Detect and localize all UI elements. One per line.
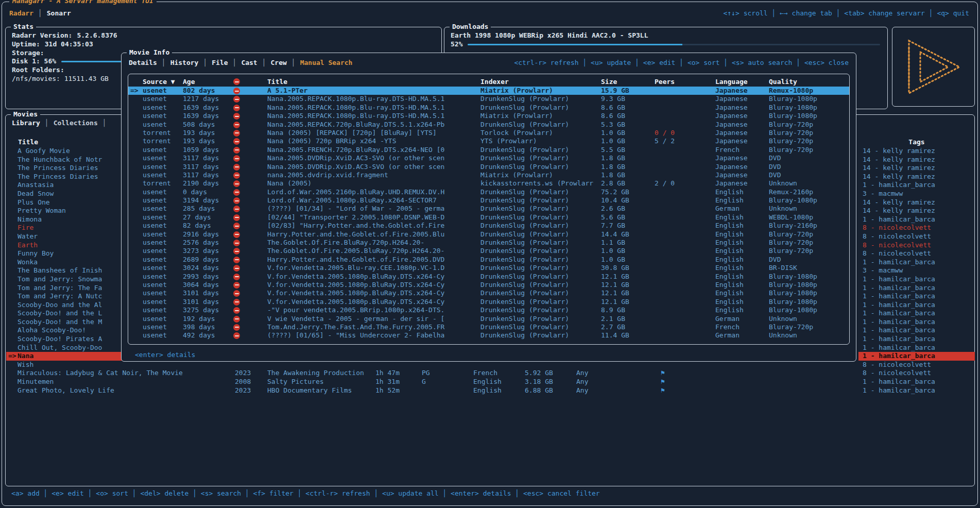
selection-arrow xyxy=(130,256,143,264)
search-result-row[interactable]: usenet 0 days Lord.of.War.2005.2160p.Blu… xyxy=(128,188,849,196)
rejected-icon xyxy=(233,164,240,171)
search-result-row[interactable]: usenet 2689 days Harry.Potter.and.the.Go… xyxy=(128,256,849,264)
release-age: 3194 days xyxy=(183,196,233,205)
selection-arrow xyxy=(130,95,143,103)
release-quality: Bluray-1080p xyxy=(769,306,849,314)
header-language[interactable]: Language xyxy=(715,77,769,87)
search-result-row[interactable]: usenet 82 days [02/83] "Harry.Potter.and… xyxy=(128,222,849,230)
movies-tab[interactable]: Collections xyxy=(40,119,98,127)
release-size: 9.3 GB xyxy=(601,95,655,103)
movie-runtime: 1h 52m xyxy=(375,386,400,395)
release-language: Japanese xyxy=(715,104,769,112)
release-age: 3117 days xyxy=(183,163,233,171)
stats-panel-title: Stats xyxy=(11,23,36,30)
selection-arrow xyxy=(6,284,18,293)
movie-info-tab[interactable]: Crew xyxy=(257,59,287,66)
download-item: Earth 1998 1080p WEBRip x265 Hindi AAC2.… xyxy=(451,31,880,40)
release-quality: Bluray-720p xyxy=(769,230,849,239)
movie-row[interactable]: Wish 8 - nicolecolvett xyxy=(6,361,974,369)
search-result-row[interactable]: usenet 3117 days Nana.2005.DVDRip.XviD.A… xyxy=(128,163,849,171)
search-result-row[interactable]: usenet 3101 days V.for.Vendetta.2005.108… xyxy=(128,298,849,306)
release-language: English xyxy=(715,196,769,205)
header-quality[interactable]: Quality xyxy=(769,77,849,87)
search-result-row[interactable]: => usenet 802 days A 5.1-PTer Miatrix (P… xyxy=(128,87,849,95)
release-size: 2.7 GB xyxy=(601,323,655,331)
release-language: English xyxy=(715,289,769,297)
selection-arrow xyxy=(130,315,143,323)
movies-panel-title: Movies xyxy=(11,110,40,118)
release-title: Tom.And.Jerry.The.Fast.And.The.Furry.200… xyxy=(267,323,480,331)
header-title[interactable]: Title xyxy=(267,77,480,87)
search-result-row[interactable]: usenet 2993 days V.for.Vendetta.2005.108… xyxy=(128,273,849,281)
header-size[interactable]: Size xyxy=(601,77,655,87)
movie-info-tab[interactable]: Cast xyxy=(228,59,257,66)
movie-info-tab[interactable]: Manual Search xyxy=(287,59,353,66)
release-quality: BR-DISK xyxy=(769,264,849,272)
release-title: V.for.Vendetta.2005.1080p.BluRay.DTS.x26… xyxy=(267,281,480,289)
search-result-row[interactable]: usenet 508 days Nana.2005.REPACK.720p.Bl… xyxy=(128,121,849,129)
search-result-row[interactable]: usenet 1217 days Nana.2005.REPACK.1080p.… xyxy=(128,95,849,103)
search-result-row[interactable]: usenet 3064 days V.for.Vendetta.2005.108… xyxy=(128,281,849,289)
search-result-row[interactable]: usenet 2576 days The.Goblet.Of.Fire.BluR… xyxy=(128,239,849,247)
header-source[interactable]: Source ▼ xyxy=(143,77,183,87)
search-result-row[interactable]: usenet 1059 days Nana.2005.FRENCH.720p.B… xyxy=(128,146,849,154)
release-quality: Unknown xyxy=(769,179,849,188)
movie-row[interactable]: Miraculous: Ladybug & Cat Noir, The Movi… xyxy=(6,369,974,378)
search-result-row[interactable]: usenet 2916 days Harry.Potter.and.the.Go… xyxy=(128,230,849,239)
movie-title: Minutemen xyxy=(18,378,228,386)
search-result-row[interactable]: usenet 3273 days The.Goblet.Of.Fire.2005… xyxy=(128,247,849,255)
search-result-row[interactable]: usenet 27 days [02/44] "Transporter 2.20… xyxy=(128,213,849,222)
selection-arrow xyxy=(130,289,143,297)
search-result-row[interactable]: usenet 3101 days V.for.Vendetta.2005.108… xyxy=(128,289,849,297)
header-indexer[interactable]: Indexer xyxy=(480,77,601,87)
search-result-row[interactable]: usenet 492 days (????) [01/65] - "Miss U… xyxy=(128,331,849,340)
search-result-row[interactable]: usenet 3194 days Lord.of.War.2005.1080p.… xyxy=(128,196,849,205)
release-size: 8.9 GB xyxy=(601,306,655,314)
release-title: [02/83] "Harry.Potter.and.the.Goblet.of.… xyxy=(267,222,480,230)
search-result-row[interactable]: usenet 192 days V wie Vendetta - 2005 - … xyxy=(128,315,849,323)
selection-arrow xyxy=(130,163,143,171)
release-source: usenet xyxy=(143,95,183,103)
header-age[interactable]: Age xyxy=(183,77,233,87)
release-title: Harry.Potter.and.the.Goblet.of.Fire.2005… xyxy=(267,230,480,239)
search-result-row[interactable]: usenet 1639 days Nana.2005.REPACK.1080p.… xyxy=(128,104,849,112)
release-quality: Bluray-1080p xyxy=(769,196,849,205)
movie-tag: 1 - hamilcar_barca xyxy=(858,275,975,284)
movie-info-tab[interactable]: Details xyxy=(129,59,157,66)
movie-row[interactable]: Great Photo, Lovely Life 2023 HBO Docume… xyxy=(6,386,974,395)
rejected-column-icon xyxy=(233,78,240,85)
search-result-row[interactable]: torrent 2190 days Nana (2005) kickasstor… xyxy=(128,179,849,188)
header-peers[interactable]: Peers xyxy=(655,77,715,87)
release-source: usenet xyxy=(143,154,183,162)
release-peers xyxy=(655,306,715,314)
movie-row[interactable]: Minutemen 2008 Salty Pictures 1h 31m G E… xyxy=(6,378,974,386)
release-language: Japanese xyxy=(715,171,769,179)
search-result-row[interactable]: torrent 193 days Nana (2005) [REPACK] [7… xyxy=(128,129,849,137)
rejected-icon xyxy=(233,122,240,128)
selection-arrow xyxy=(6,258,18,267)
search-result-row[interactable]: usenet 3024 days V.for.Vendetta.2005.Blu… xyxy=(128,264,849,272)
search-result-row[interactable]: usenet 285 days (????) [01/34] - "Lord o… xyxy=(128,205,849,213)
rejected-icon xyxy=(233,282,240,289)
servarr-tab[interactable]: Radarr xyxy=(9,9,33,17)
selection-arrow xyxy=(6,215,18,224)
release-source: usenet xyxy=(143,264,183,272)
search-result-row[interactable]: usenet 3275 days -"V pour vendetta.2005.… xyxy=(128,306,849,314)
release-title: Nana (2005) [REPACK] [720p] [BluRay] [YT… xyxy=(267,129,480,137)
movie-info-tab[interactable]: History xyxy=(157,59,199,66)
release-age: 82 days xyxy=(183,222,233,230)
movie-tag: 1 - hamilcar_barca xyxy=(858,326,975,335)
search-result-row[interactable]: usenet 3117 days Nana.2005.DVDRip.XviD.A… xyxy=(128,154,849,162)
release-size: 12.1 GB xyxy=(601,298,655,306)
release-indexer: DrunkenSlug (Prowlarr) xyxy=(480,315,601,323)
search-result-row[interactable]: usenet 1639 days Nana.2005.REPACK.1080p.… xyxy=(128,112,849,120)
search-result-row[interactable]: usenet 3117 days nana.2005.dvdrip.xvid.f… xyxy=(128,171,849,179)
servarr-tabs: RadarrSonarr xyxy=(9,9,71,17)
movies-tab[interactable]: Library xyxy=(12,119,40,127)
release-peers xyxy=(655,171,715,179)
search-result-row[interactable]: usenet 398 days Tom.And.Jerry.The.Fast.A… xyxy=(128,323,849,331)
servarr-tab[interactable]: Sonarr xyxy=(33,9,71,17)
search-result-row[interactable]: torrent 193 days Nana (2005) 720p BRRip … xyxy=(128,137,849,145)
servarr-tab-label: Sonarr xyxy=(47,9,71,17)
movie-info-tab[interactable]: File xyxy=(198,59,228,66)
